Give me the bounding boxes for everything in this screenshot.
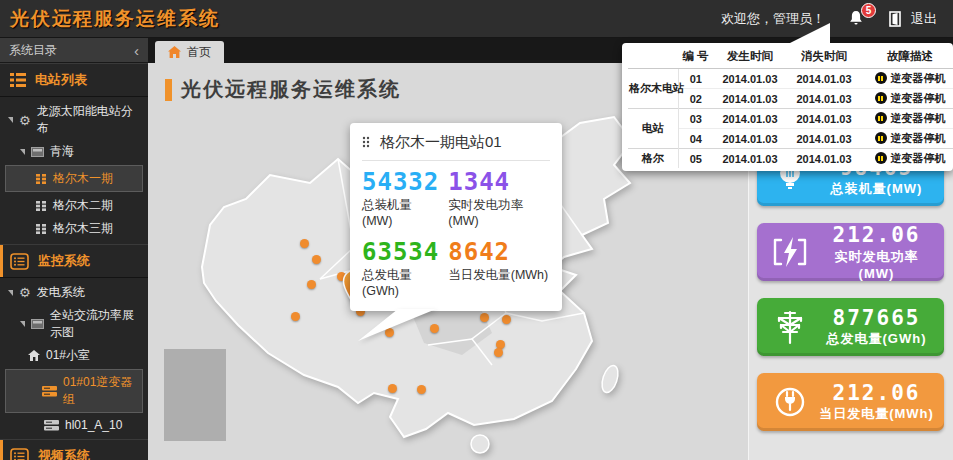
lightning-icon bbox=[767, 236, 813, 268]
drag-dots-icon bbox=[362, 136, 372, 150]
tree-node-label: 青海 bbox=[50, 143, 74, 160]
card-value: 877665 bbox=[819, 306, 934, 330]
grid-icon bbox=[36, 174, 47, 184]
tooltip-header: 格尔木一期电站01 bbox=[362, 133, 550, 161]
caret-expanded-icon[interactable] bbox=[8, 290, 13, 296]
tree-node-label: 格尔木一期 bbox=[53, 170, 113, 187]
notification-bell-icon[interactable]: 5 bbox=[847, 10, 867, 28]
card-label: 实时发电功率(MW) bbox=[819, 248, 934, 281]
station-dot[interactable] bbox=[300, 239, 309, 248]
sidebar-item-monitor[interactable]: 监控系统 bbox=[0, 244, 148, 278]
pause-icon bbox=[875, 152, 887, 164]
caret-expanded-icon[interactable] bbox=[20, 321, 25, 327]
pause-icon bbox=[875, 132, 887, 144]
tooltip-stat: 63534 总发电量(GWh) bbox=[362, 240, 440, 298]
tree-node-power-system[interactable]: ⚙ 发电系统 bbox=[0, 281, 148, 304]
app-root: 光伏远程服务运维系统 欢迎您，管理员！ 5 退出 系统目录 ‹ 电站列表 bbox=[0, 0, 953, 460]
door-icon bbox=[889, 11, 904, 27]
inverter-icon bbox=[42, 386, 57, 397]
col-header-no: 编 号 bbox=[678, 44, 713, 69]
station-tooltip: 格尔木一期电站01 54332 总装机量(MW) 1344 实时发电功率(MW)… bbox=[350, 123, 562, 311]
fault-group-label: 电站 bbox=[628, 109, 678, 149]
fault-group-label: 格尔木电站 bbox=[628, 69, 678, 109]
tree-node-label: 01#小室 bbox=[46, 347, 90, 364]
tree-node-label: hl01_A_10 bbox=[65, 418, 122, 432]
sidebar-item-label: 视频系统 bbox=[38, 447, 90, 460]
fault-row[interactable]: 电站 03 2014.01.03 2014.01.03 逆变器停机 2小时 bbox=[628, 109, 953, 129]
station-dot[interactable] bbox=[417, 385, 426, 394]
station-dot[interactable] bbox=[307, 280, 316, 289]
tower-icon bbox=[767, 309, 813, 345]
logout-button[interactable]: 退出 bbox=[889, 10, 937, 28]
document-icon bbox=[10, 448, 29, 460]
document-icon bbox=[10, 253, 29, 270]
stat-card-total-generation: 877665 总发电量(GWh) bbox=[757, 298, 944, 356]
col-header-occur: 发生时间 bbox=[713, 44, 787, 69]
tree-node-station-1[interactable]: 格尔木一期 bbox=[5, 165, 143, 192]
tooltip-stat: 54332 总装机量(MW) bbox=[362, 170, 440, 228]
tooltip-title: 格尔木一期电站01 bbox=[380, 133, 502, 152]
gear-icon: ⚙ bbox=[19, 114, 31, 127]
tree-node-province[interactable]: 青海 bbox=[0, 140, 148, 163]
fault-table: 编 号 发生时间 消失时间 故障描述 持续时间 格尔木电站 01 2014.01… bbox=[628, 44, 953, 168]
tree-node-device[interactable]: hl01_A_10 bbox=[0, 415, 148, 435]
stat-label: 总装机量(MW) bbox=[362, 197, 440, 228]
stat-label: 实时发电功率(MW) bbox=[448, 197, 550, 228]
station-dot[interactable] bbox=[291, 312, 300, 321]
station-tree: ⚙ 龙源太阳能电站分布 青海 格尔木一期 格尔木二期 bbox=[0, 97, 148, 244]
header-right: 欢迎您，管理员！ 5 退出 bbox=[721, 10, 953, 28]
stat-cards: 98465 总装机量(MW) 212.06 实时发电功率(MW) bbox=[757, 148, 944, 431]
notification-badge: 5 bbox=[861, 3, 876, 18]
stat-value: 54332 bbox=[362, 170, 440, 194]
logout-label: 退出 bbox=[911, 10, 937, 28]
sidebar-title: 系统目录 bbox=[9, 42, 57, 59]
tree-node-inverter-group[interactable]: 01#01逆变器组 bbox=[5, 369, 143, 413]
home-icon bbox=[28, 350, 40, 361]
tree-node-label: 全站交流功率展示图 bbox=[50, 307, 142, 341]
heading-accent-bar bbox=[165, 79, 172, 101]
sidebar-item-video[interactable]: 视频系统 bbox=[0, 439, 148, 460]
card-value: 212.06 bbox=[819, 381, 934, 405]
fault-popup: 编 号 发生时间 消失时间 故障描述 持续时间 格尔木电站 01 2014.01… bbox=[622, 43, 953, 171]
pause-icon bbox=[875, 112, 887, 124]
stat-label: 当日发电量(MWh) bbox=[448, 267, 550, 284]
tree-node-station-3[interactable]: 格尔木三期 bbox=[0, 217, 148, 240]
tooltip-tail bbox=[350, 309, 442, 341]
tab-label: 首页 bbox=[187, 44, 211, 61]
sidebar-item-label: 电站列表 bbox=[35, 71, 87, 89]
tree-node-label: 01#01逆变器组 bbox=[63, 374, 136, 408]
tooltip-stats: 54332 总装机量(MW) 1344 实时发电功率(MW) 63534 总发电… bbox=[362, 170, 550, 298]
card-label: 总装机量(MW) bbox=[819, 180, 934, 198]
station-dot[interactable] bbox=[312, 255, 321, 264]
sidebar-item-station-list[interactable]: 电站列表 bbox=[0, 63, 148, 97]
tree-node-power-chart[interactable]: 全站交流功率展示图 bbox=[0, 304, 148, 344]
tree-node-label: 格尔木二期 bbox=[53, 197, 113, 214]
grid-icon bbox=[36, 224, 47, 234]
tree-node-room[interactable]: 01#小室 bbox=[0, 344, 148, 367]
page-title: 光伏远程服务运维系统 bbox=[165, 76, 401, 103]
tree-node-label: 龙源太阳能电站分布 bbox=[37, 103, 142, 137]
caret-expanded-icon[interactable] bbox=[8, 117, 13, 123]
app-title: 光伏远程服务运维系统 bbox=[0, 6, 220, 32]
gear-icon: ⚙ bbox=[19, 286, 31, 299]
fault-row[interactable]: 格尔 05 2014.01.03 2014.01.03 逆变器停机 2小时 bbox=[628, 149, 953, 169]
station-dot[interactable] bbox=[494, 348, 503, 357]
sidebar-item-label: 监控系统 bbox=[38, 252, 90, 270]
pause-icon bbox=[875, 72, 887, 84]
sidebar: 系统目录 ‹ 电站列表 ⚙ 龙源太阳能电站分布 青海 bbox=[0, 38, 148, 460]
card-value: 212.06 bbox=[819, 223, 934, 247]
station-dot[interactable] bbox=[502, 315, 511, 324]
tree-node-distribution[interactable]: ⚙ 龙源太阳能电站分布 bbox=[0, 100, 148, 140]
card-label: 总发电量(GWh) bbox=[819, 330, 934, 348]
sidebar-collapse-icon[interactable]: ‹ bbox=[134, 43, 139, 58]
fault-row[interactable]: 格尔木电站 01 2014.01.03 2014.01.03 逆变器停机 2小时 bbox=[628, 69, 953, 89]
tree-node-station-2[interactable]: 格尔木二期 bbox=[0, 194, 148, 217]
tab-home[interactable]: 首页 bbox=[155, 41, 224, 63]
sidebar-header: 系统目录 ‹ bbox=[0, 38, 148, 63]
home-icon bbox=[168, 46, 181, 58]
station-dot[interactable] bbox=[480, 313, 489, 322]
grid-icon bbox=[36, 201, 47, 211]
caret-expanded-icon[interactable] bbox=[20, 149, 25, 155]
station-dot[interactable] bbox=[388, 384, 397, 393]
plug-icon bbox=[767, 384, 813, 420]
